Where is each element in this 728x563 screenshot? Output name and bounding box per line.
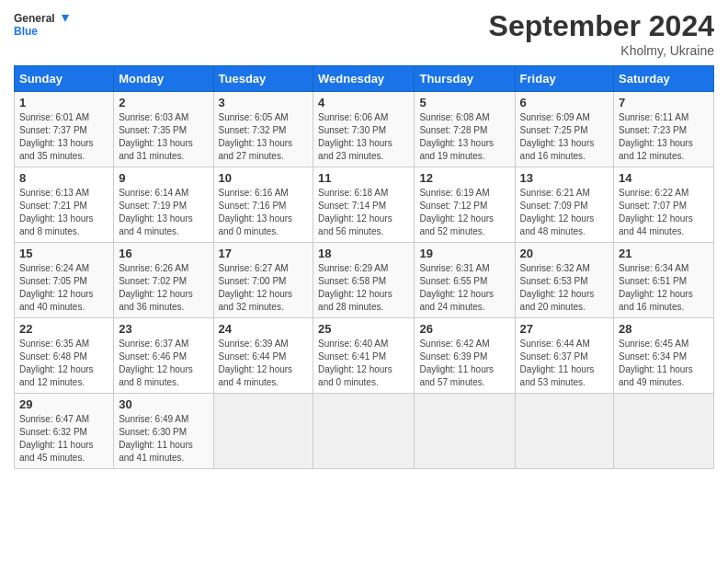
day-number: 16: [119, 247, 208, 260]
col-sunday: Sunday: [15, 66, 114, 92]
table-row: 20Sunrise: 6:32 AM Sunset: 6:53 PM Dayli…: [515, 243, 613, 318]
calendar-header-row: Sunday Monday Tuesday Wednesday Thursday…: [15, 66, 714, 92]
day-number: 23: [119, 322, 208, 336]
table-row: 21Sunrise: 6:34 AM Sunset: 6:51 PM Dayli…: [614, 243, 714, 318]
table-row: 11Sunrise: 6:18 AM Sunset: 7:14 PM Dayli…: [313, 167, 415, 243]
day-number: 27: [520, 322, 609, 336]
day-number: 22: [19, 322, 108, 336]
day-number: 5: [419, 96, 509, 109]
table-row: [313, 394, 415, 469]
day-info: Sunrise: 6:13 AM Sunset: 7:21 PM Dayligh…: [19, 187, 108, 238]
table-row: 1Sunrise: 6:01 AM Sunset: 7:37 PM Daylig…: [15, 92, 114, 167]
day-info: Sunrise: 6:18 AM Sunset: 7:14 PM Dayligh…: [318, 187, 409, 238]
day-info: Sunrise: 6:47 AM Sunset: 6:32 PM Dayligh…: [19, 413, 108, 465]
day-number: 25: [318, 322, 409, 336]
day-info: Sunrise: 6:05 AM Sunset: 7:32 PM Dayligh…: [219, 111, 309, 163]
table-row: 5Sunrise: 6:08 AM Sunset: 7:28 PM Daylig…: [415, 92, 515, 167]
svg-marker-2: [62, 15, 69, 22]
col-thursday: Thursday: [415, 66, 515, 92]
table-row: 6Sunrise: 6:09 AM Sunset: 7:25 PM Daylig…: [515, 92, 613, 167]
day-info: Sunrise: 6:44 AM Sunset: 6:37 PM Dayligh…: [520, 338, 609, 389]
table-row: 14Sunrise: 6:22 AM Sunset: 7:07 PM Dayli…: [614, 167, 714, 243]
day-info: Sunrise: 6:45 AM Sunset: 6:34 PM Dayligh…: [619, 338, 709, 389]
day-number: 12: [419, 171, 509, 185]
day-info: Sunrise: 6:39 AM Sunset: 6:44 PM Dayligh…: [219, 338, 309, 389]
svg-text:Blue: Blue: [14, 25, 38, 38]
day-info: Sunrise: 6:06 AM Sunset: 7:30 PM Dayligh…: [318, 111, 409, 163]
table-row: 3Sunrise: 6:05 AM Sunset: 7:32 PM Daylig…: [213, 92, 313, 167]
day-info: Sunrise: 6:26 AM Sunset: 7:02 PM Dayligh…: [119, 262, 208, 314]
calendar-week-3: 15Sunrise: 6:24 AM Sunset: 7:05 PM Dayli…: [15, 243, 714, 318]
day-info: Sunrise: 6:19 AM Sunset: 7:12 PM Dayligh…: [419, 187, 509, 238]
day-number: 3: [219, 96, 309, 109]
day-number: 28: [619, 322, 709, 336]
col-tuesday: Tuesday: [213, 66, 313, 92]
table-row: [213, 394, 313, 469]
day-info: Sunrise: 6:35 AM Sunset: 6:48 PM Dayligh…: [19, 338, 108, 389]
day-info: Sunrise: 6:11 AM Sunset: 7:23 PM Dayligh…: [619, 111, 709, 163]
location-subtitle: Kholmy, Ukraine: [489, 43, 714, 58]
day-number: 4: [318, 96, 409, 109]
day-info: Sunrise: 6:29 AM Sunset: 6:58 PM Dayligh…: [318, 262, 409, 314]
day-number: 20: [520, 247, 609, 260]
day-number: 10: [219, 171, 309, 185]
day-info: Sunrise: 6:08 AM Sunset: 7:28 PM Dayligh…: [419, 111, 509, 163]
day-number: 6: [520, 96, 609, 109]
table-row: 18Sunrise: 6:29 AM Sunset: 6:58 PM Dayli…: [313, 243, 415, 318]
day-info: Sunrise: 6:21 AM Sunset: 7:09 PM Dayligh…: [520, 187, 609, 238]
table-row: 16Sunrise: 6:26 AM Sunset: 7:02 PM Dayli…: [114, 243, 213, 318]
day-number: 30: [119, 397, 208, 411]
day-number: 9: [119, 171, 208, 185]
day-info: Sunrise: 6:37 AM Sunset: 6:46 PM Dayligh…: [119, 338, 208, 389]
calendar-week-4: 22Sunrise: 6:35 AM Sunset: 6:48 PM Dayli…: [15, 318, 714, 394]
table-row: 17Sunrise: 6:27 AM Sunset: 7:00 PM Dayli…: [213, 243, 313, 318]
day-number: 13: [520, 171, 609, 185]
day-number: 1: [19, 96, 108, 109]
table-row: 12Sunrise: 6:19 AM Sunset: 7:12 PM Dayli…: [415, 167, 515, 243]
day-number: 14: [619, 171, 709, 185]
table-row: 26Sunrise: 6:42 AM Sunset: 6:39 PM Dayli…: [415, 318, 515, 394]
table-row: 7Sunrise: 6:11 AM Sunset: 7:23 PM Daylig…: [614, 92, 714, 167]
day-number: 26: [419, 322, 509, 336]
day-info: Sunrise: 6:49 AM Sunset: 6:30 PM Dayligh…: [119, 413, 208, 465]
day-number: 21: [619, 247, 709, 260]
day-number: 11: [318, 171, 409, 185]
day-info: Sunrise: 6:32 AM Sunset: 6:53 PM Dayligh…: [520, 262, 609, 314]
col-saturday: Saturday: [614, 66, 714, 92]
day-info: Sunrise: 6:16 AM Sunset: 7:16 PM Dayligh…: [219, 187, 309, 238]
day-info: Sunrise: 6:09 AM Sunset: 7:25 PM Dayligh…: [520, 111, 609, 163]
day-info: Sunrise: 6:40 AM Sunset: 6:41 PM Dayligh…: [318, 338, 409, 389]
day-number: 29: [19, 397, 108, 411]
col-wednesday: Wednesday: [313, 66, 415, 92]
page-container: General Blue September 2024 Kholmy, Ukra…: [0, 0, 728, 478]
day-number: 7: [619, 96, 709, 109]
table-row: 10Sunrise: 6:16 AM Sunset: 7:16 PM Dayli…: [213, 167, 313, 243]
table-row: 29Sunrise: 6:47 AM Sunset: 6:32 PM Dayli…: [15, 394, 114, 469]
table-row: 24Sunrise: 6:39 AM Sunset: 6:44 PM Dayli…: [213, 318, 313, 394]
day-info: Sunrise: 6:01 AM Sunset: 7:37 PM Dayligh…: [19, 111, 108, 163]
month-title: September 2024: [489, 9, 714, 43]
table-row: 30Sunrise: 6:49 AM Sunset: 6:30 PM Dayli…: [114, 394, 213, 469]
day-number: 18: [318, 247, 409, 260]
day-info: Sunrise: 6:14 AM Sunset: 7:19 PM Dayligh…: [119, 187, 208, 238]
header-row: General Blue September 2024 Kholmy, Ukra…: [14, 9, 714, 58]
table-row: [415, 394, 515, 469]
day-number: 2: [119, 96, 208, 109]
day-number: 15: [19, 247, 108, 260]
col-friday: Friday: [515, 66, 613, 92]
calendar-week-2: 8Sunrise: 6:13 AM Sunset: 7:21 PM Daylig…: [15, 167, 714, 243]
day-info: Sunrise: 6:22 AM Sunset: 7:07 PM Dayligh…: [619, 187, 709, 238]
table-row: 27Sunrise: 6:44 AM Sunset: 6:37 PM Dayli…: [515, 318, 613, 394]
day-number: 24: [219, 322, 309, 336]
day-number: 8: [19, 171, 108, 185]
table-row: 8Sunrise: 6:13 AM Sunset: 7:21 PM Daylig…: [15, 167, 114, 243]
table-row: 25Sunrise: 6:40 AM Sunset: 6:41 PM Dayli…: [313, 318, 415, 394]
table-row: 23Sunrise: 6:37 AM Sunset: 6:46 PM Dayli…: [114, 318, 213, 394]
day-info: Sunrise: 6:27 AM Sunset: 7:00 PM Dayligh…: [219, 262, 309, 314]
table-row: 28Sunrise: 6:45 AM Sunset: 6:34 PM Dayli…: [614, 318, 714, 394]
day-number: 19: [419, 247, 509, 260]
day-info: Sunrise: 6:24 AM Sunset: 7:05 PM Dayligh…: [19, 262, 108, 314]
svg-text:General: General: [14, 12, 55, 25]
table-row: [515, 394, 613, 469]
logo-svg: General Blue: [14, 9, 69, 41]
